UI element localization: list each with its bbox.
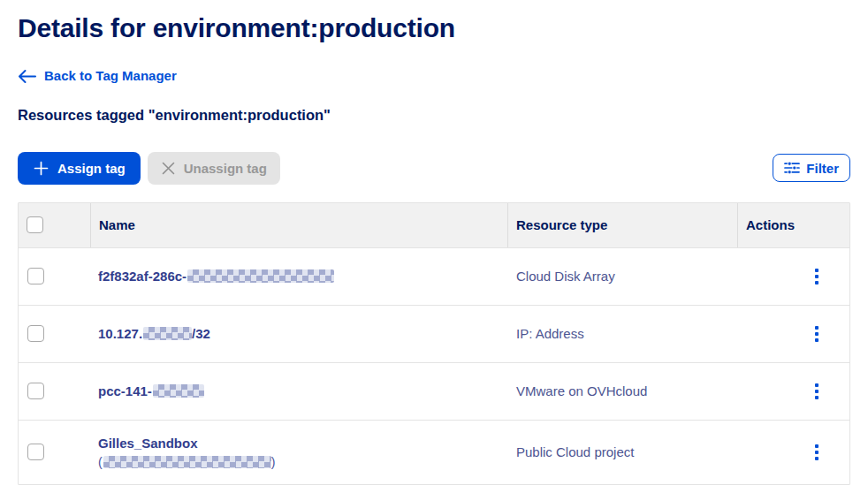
- filter-label: Filter: [806, 162, 839, 175]
- resource-name-text: Gilles_Sandbox: [98, 436, 198, 451]
- table-row: pcc-141- VMware on OVHcloud: [19, 362, 849, 420]
- column-header-resource-type: Resource type: [507, 203, 737, 247]
- redacted-text: [153, 384, 204, 398]
- resource-type: VMware on OVHcloud: [507, 383, 737, 398]
- redacted-text: [187, 269, 334, 283]
- resource-type: IP: Address: [507, 326, 737, 341]
- kebab-menu-icon: [815, 383, 819, 387]
- plus-icon: [33, 160, 49, 177]
- resource-name-suffix: /32: [192, 326, 210, 341]
- page-title: Details for environment:production: [18, 12, 850, 44]
- table-row: f2f832af-286c- Cloud Disk Array: [19, 247, 849, 305]
- kebab-menu-button[interactable]: [811, 322, 822, 345]
- tag-details-page: Details for environment:production Back …: [0, 0, 868, 485]
- row-checkbox[interactable]: [27, 268, 44, 284]
- row-actions-cell: [737, 441, 849, 464]
- table-row: 10.127./32 IP: Address: [19, 305, 849, 362]
- resource-name: Gilles_Sandbox (): [90, 436, 507, 469]
- kebab-menu-icon: [815, 444, 819, 448]
- row-checkbox-cell: [19, 363, 90, 420]
- kebab-menu-button[interactable]: [811, 441, 822, 464]
- redacted-text: [143, 327, 192, 340]
- back-link[interactable]: Back to Tag Manager: [18, 67, 177, 85]
- row-actions-cell: [737, 322, 849, 345]
- row-actions-cell: [737, 380, 849, 403]
- resource-name-text: f2f832af-286c-: [98, 269, 187, 284]
- resource-id-open-paren: (: [98, 455, 103, 469]
- column-header-name: Name: [90, 203, 507, 247]
- kebab-menu-icon: [815, 326, 819, 330]
- unassign-tag-label: Unassign tag: [184, 162, 267, 175]
- select-all-checkbox[interactable]: [27, 216, 43, 233]
- resource-name-text: pcc-141-: [98, 383, 152, 398]
- page-subtitle: Resources tagged "environment:production…: [18, 106, 850, 124]
- resource-id-close-paren: ): [271, 455, 276, 469]
- sliders-icon: [784, 161, 800, 175]
- resources-table: Name Resource type Actions f2f832af-286c…: [18, 202, 850, 485]
- toolbar: Assign tag Unassign tag: [18, 152, 850, 185]
- table-header-row: Name Resource type Actions: [19, 203, 849, 247]
- redacted-text: [103, 456, 271, 468]
- kebab-menu-button[interactable]: [811, 265, 822, 288]
- row-checkbox[interactable]: [27, 383, 44, 399]
- resource-name: 10.127./32: [90, 326, 507, 341]
- unassign-tag-button[interactable]: Unassign tag: [148, 152, 280, 185]
- close-icon: [161, 161, 176, 176]
- resource-name-text: 10.127.: [98, 326, 142, 341]
- select-all-cell: [19, 203, 90, 247]
- table-row: Gilles_Sandbox () Public Cloud project: [19, 420, 849, 484]
- row-checkbox-cell: [19, 306, 90, 362]
- row-checkbox-cell: [19, 248, 90, 305]
- arrow-left-icon: [18, 69, 36, 84]
- resource-name: pcc-141-: [90, 383, 507, 398]
- row-actions-cell: [737, 265, 849, 288]
- resource-type: Cloud Disk Array: [507, 269, 737, 284]
- filter-button[interactable]: Filter: [773, 154, 850, 182]
- kebab-menu-button[interactable]: [811, 380, 822, 403]
- resource-name: f2f832af-286c-: [90, 269, 507, 284]
- assign-tag-label: Assign tag: [57, 162, 126, 175]
- resource-type: Public Cloud project: [507, 444, 737, 459]
- row-checkbox[interactable]: [27, 444, 44, 460]
- assign-tag-button[interactable]: Assign tag: [18, 152, 141, 185]
- column-header-actions: Actions: [737, 203, 849, 247]
- back-link-label: Back to Tag Manager: [44, 67, 177, 85]
- row-checkbox[interactable]: [27, 325, 44, 342]
- row-checkbox-cell: [19, 421, 90, 484]
- kebab-menu-icon: [815, 269, 819, 272]
